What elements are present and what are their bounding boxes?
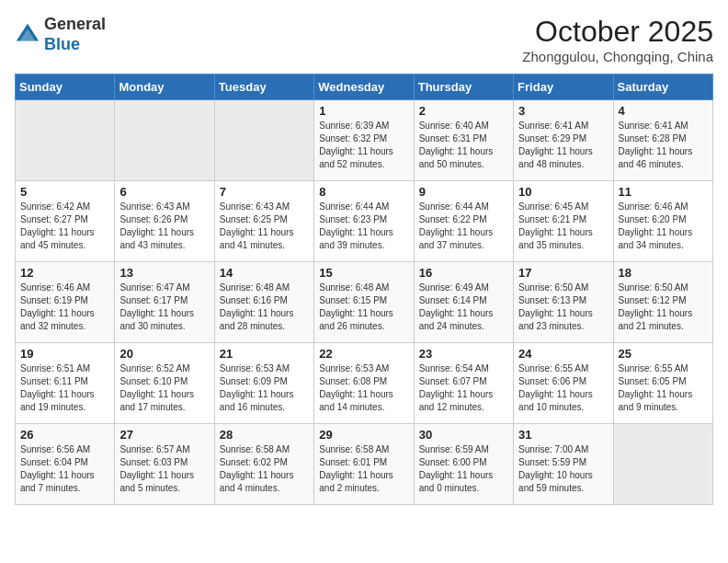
day-info: Sunrise: 6:44 AMSunset: 6:23 PMDaylight:…	[319, 201, 408, 252]
calendar-cell: 23Sunrise: 6:54 AMSunset: 6:07 PMDayligh…	[414, 343, 513, 424]
day-number: 23	[419, 347, 508, 361]
calendar-cell: 26Sunrise: 6:56 AMSunset: 6:04 PMDayligh…	[16, 424, 115, 505]
day-number: 11	[619, 185, 708, 199]
logo-icon	[15, 22, 40, 48]
day-number: 3	[518, 104, 608, 118]
day-number: 28	[220, 428, 309, 442]
day-number: 1	[319, 104, 408, 118]
logo-blue-text: Blue	[44, 35, 80, 53]
day-info: Sunrise: 6:48 AMSunset: 6:15 PMDaylight:…	[319, 282, 408, 333]
calendar-cell: 11Sunrise: 6:46 AMSunset: 6:20 PMDayligh…	[613, 181, 712, 262]
day-info: Sunrise: 6:41 AMSunset: 6:28 PMDaylight:…	[619, 120, 708, 171]
day-number: 7	[220, 185, 309, 199]
day-number: 20	[119, 347, 209, 361]
day-info: Sunrise: 6:43 AMSunset: 6:26 PMDaylight:…	[119, 201, 209, 252]
calendar-cell: 20Sunrise: 6:52 AMSunset: 6:10 PMDayligh…	[115, 343, 214, 424]
calendar-cell	[214, 100, 313, 181]
calendar-week-row: 26Sunrise: 6:56 AMSunset: 6:04 PMDayligh…	[16, 424, 713, 505]
calendar-cell: 3Sunrise: 6:41 AMSunset: 6:29 PMDaylight…	[514, 100, 613, 181]
calendar-cell: 1Sunrise: 6:39 AMSunset: 6:32 PMDaylight…	[314, 100, 414, 181]
calendar-cell: 8Sunrise: 6:44 AMSunset: 6:23 PMDaylight…	[314, 181, 414, 262]
day-number: 10	[518, 185, 608, 199]
day-info: Sunrise: 6:54 AMSunset: 6:07 PMDaylight:…	[419, 362, 508, 414]
weekday-header: Tuesday	[214, 75, 313, 100]
calendar-cell: 9Sunrise: 6:44 AMSunset: 6:22 PMDaylight…	[414, 181, 513, 262]
day-number: 17	[518, 266, 608, 280]
calendar-cell: 25Sunrise: 6:55 AMSunset: 6:05 PMDayligh…	[613, 343, 712, 424]
day-number: 22	[319, 347, 408, 361]
calendar-cell: 7Sunrise: 6:43 AMSunset: 6:25 PMDaylight…	[214, 181, 313, 262]
logo: General Blue	[15, 15, 106, 54]
day-number: 21	[220, 347, 309, 361]
day-info: Sunrise: 7:00 AMSunset: 5:59 PMDaylight:…	[518, 443, 608, 495]
calendar-cell: 2Sunrise: 6:40 AMSunset: 6:31 PMDaylight…	[414, 100, 513, 181]
calendar-week-row: 19Sunrise: 6:51 AMSunset: 6:11 PMDayligh…	[16, 343, 713, 424]
day-info: Sunrise: 6:43 AMSunset: 6:25 PMDaylight:…	[220, 201, 309, 252]
calendar-cell: 21Sunrise: 6:53 AMSunset: 6:09 PMDayligh…	[214, 343, 313, 424]
day-number: 15	[319, 266, 408, 280]
day-number: 5	[20, 185, 109, 199]
day-number: 16	[419, 266, 508, 280]
day-info: Sunrise: 6:41 AMSunset: 6:29 PMDaylight:…	[518, 120, 608, 171]
weekday-header: Monday	[115, 75, 214, 100]
day-number: 26	[20, 428, 109, 442]
day-number: 2	[419, 104, 508, 118]
calendar-cell: 18Sunrise: 6:50 AMSunset: 6:12 PMDayligh…	[613, 262, 712, 343]
day-number: 4	[619, 104, 708, 118]
calendar-cell: 15Sunrise: 6:48 AMSunset: 6:15 PMDayligh…	[314, 262, 414, 343]
calendar-cell: 30Sunrise: 6:59 AMSunset: 6:00 PMDayligh…	[414, 424, 513, 505]
day-info: Sunrise: 6:57 AMSunset: 6:03 PMDaylight:…	[119, 443, 209, 495]
day-info: Sunrise: 6:46 AMSunset: 6:20 PMDaylight:…	[619, 201, 708, 252]
calendar-cell: 6Sunrise: 6:43 AMSunset: 6:26 PMDaylight…	[115, 181, 214, 262]
day-info: Sunrise: 6:49 AMSunset: 6:14 PMDaylight:…	[419, 282, 508, 333]
day-number: 14	[220, 266, 309, 280]
calendar-title: October 2025	[522, 15, 713, 49]
day-info: Sunrise: 6:55 AMSunset: 6:05 PMDaylight:…	[619, 362, 708, 414]
day-info: Sunrise: 6:53 AMSunset: 6:08 PMDaylight:…	[319, 362, 408, 414]
weekday-header: Wednesday	[314, 75, 414, 100]
calendar-cell: 27Sunrise: 6:57 AMSunset: 6:03 PMDayligh…	[115, 424, 214, 505]
calendar-cell: 10Sunrise: 6:45 AMSunset: 6:21 PMDayligh…	[514, 181, 613, 262]
day-info: Sunrise: 6:46 AMSunset: 6:19 PMDaylight:…	[20, 282, 109, 333]
day-info: Sunrise: 6:59 AMSunset: 6:00 PMDaylight:…	[419, 443, 508, 495]
calendar-cell: 28Sunrise: 6:58 AMSunset: 6:02 PMDayligh…	[214, 424, 313, 505]
title-block: October 2025 Zhonggulou, Chongqing, Chin…	[522, 15, 713, 64]
day-number: 30	[419, 428, 508, 442]
calendar-cell	[16, 100, 115, 181]
day-number: 19	[20, 347, 109, 361]
logo-general-text: General	[44, 15, 106, 33]
day-info: Sunrise: 6:51 AMSunset: 6:11 PMDaylight:…	[20, 362, 109, 414]
day-info: Sunrise: 6:56 AMSunset: 6:04 PMDaylight:…	[20, 443, 109, 495]
day-info: Sunrise: 6:50 AMSunset: 6:13 PMDaylight:…	[518, 282, 608, 333]
day-info: Sunrise: 6:58 AMSunset: 6:01 PMDaylight:…	[319, 443, 408, 495]
day-number: 24	[518, 347, 608, 361]
calendar-cell: 12Sunrise: 6:46 AMSunset: 6:19 PMDayligh…	[16, 262, 115, 343]
day-info: Sunrise: 6:55 AMSunset: 6:06 PMDaylight:…	[518, 362, 608, 414]
day-info: Sunrise: 6:42 AMSunset: 6:27 PMDaylight:…	[20, 201, 109, 252]
calendar-cell	[613, 424, 712, 505]
calendar-header: SundayMondayTuesdayWednesdayThursdayFrid…	[16, 75, 713, 100]
calendar-cell: 22Sunrise: 6:53 AMSunset: 6:08 PMDayligh…	[314, 343, 414, 424]
day-number: 12	[20, 266, 109, 280]
day-info: Sunrise: 6:52 AMSunset: 6:10 PMDaylight:…	[119, 362, 209, 414]
day-number: 25	[619, 347, 708, 361]
day-number: 29	[319, 428, 408, 442]
day-info: Sunrise: 6:39 AMSunset: 6:32 PMDaylight:…	[319, 120, 408, 171]
calendar-cell: 24Sunrise: 6:55 AMSunset: 6:06 PMDayligh…	[514, 343, 613, 424]
day-info: Sunrise: 6:40 AMSunset: 6:31 PMDaylight:…	[419, 120, 508, 171]
day-number: 13	[119, 266, 209, 280]
day-number: 9	[419, 185, 508, 199]
calendar-cell: 5Sunrise: 6:42 AMSunset: 6:27 PMDaylight…	[16, 181, 115, 262]
day-number: 8	[319, 185, 408, 199]
day-number: 18	[619, 266, 708, 280]
day-info: Sunrise: 6:58 AMSunset: 6:02 PMDaylight:…	[220, 443, 309, 495]
calendar-cell: 29Sunrise: 6:58 AMSunset: 6:01 PMDayligh…	[314, 424, 414, 505]
page-header: General Blue October 2025 Zhonggulou, Ch…	[15, 15, 713, 64]
day-number: 27	[119, 428, 209, 442]
calendar-cell: 16Sunrise: 6:49 AMSunset: 6:14 PMDayligh…	[414, 262, 513, 343]
calendar-body: 1Sunrise: 6:39 AMSunset: 6:32 PMDaylight…	[16, 100, 713, 505]
calendar-cell: 4Sunrise: 6:41 AMSunset: 6:28 PMDaylight…	[613, 100, 712, 181]
calendar-cell: 19Sunrise: 6:51 AMSunset: 6:11 PMDayligh…	[16, 343, 115, 424]
calendar-cell	[115, 100, 214, 181]
day-info: Sunrise: 6:47 AMSunset: 6:17 PMDaylight:…	[119, 282, 209, 333]
